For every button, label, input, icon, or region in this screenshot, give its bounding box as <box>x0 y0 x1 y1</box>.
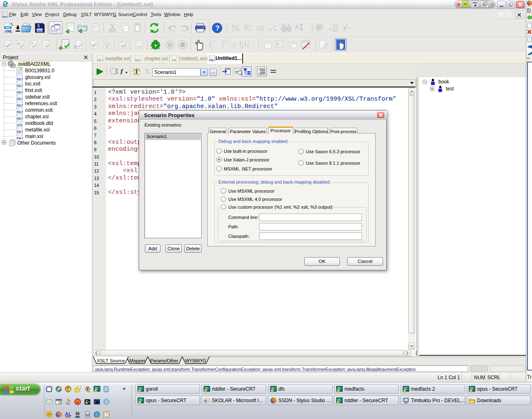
svg-text:WYSIWYG: WYSIWYG <box>185 358 206 363</box>
svg-text:H: H <box>527 56 530 60</box>
svg-text:UE: UE <box>66 387 71 391</box>
svg-text:f: f <box>121 68 124 74</box>
svg-text:{ }: { } <box>221 42 230 49</box>
svg-text:{ }: { } <box>232 42 243 49</box>
svg-text:XML: XML <box>5 29 12 33</box>
svg-text:T: T <box>135 69 139 75</box>
svg-text:J: J <box>105 399 108 404</box>
svg-text:Params/Other: Params/Other <box>150 358 178 363</box>
svg-text:E: E <box>85 400 88 405</box>
svg-text:exe: exe <box>137 45 142 48</box>
svg-text:AL: AL <box>65 412 71 417</box>
svg-text:T: T <box>145 69 149 75</box>
svg-text:?: ? <box>216 24 220 32</box>
svg-text:{ }: { } <box>246 42 255 49</box>
svg-text:{ }: { } <box>209 42 218 49</box>
svg-text:XSLT: XSLT <box>2 16 9 18</box>
svg-text:Mapper: Mapper <box>129 358 145 363</box>
svg-text:A: A <box>295 24 299 30</box>
svg-text:XSLT Source: XSLT Source <box>97 358 125 363</box>
svg-text:XML: XML <box>172 59 177 62</box>
svg-text:M: M <box>30 41 34 45</box>
